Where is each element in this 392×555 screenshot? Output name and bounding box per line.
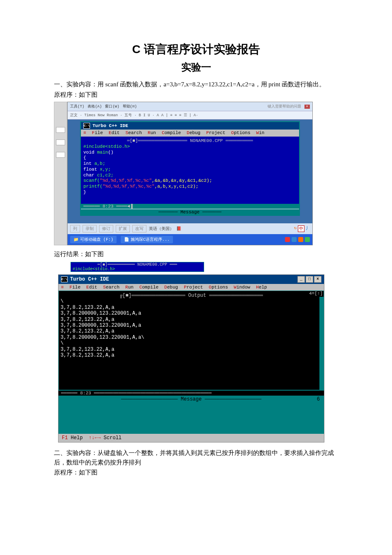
section1-desc: 一、实验内容：用 scanf 函数输入数据，a=3,b=7,x=8.2,y=12…: [54, 80, 338, 89]
output-line: 3,7,8.2,123.22,A,a: [61, 347, 322, 352]
screenshot-2: C:\ Turbo C++ IDE _ □ × ≡ File Edit Sear…: [54, 274, 338, 443]
word-left-rail: [54, 102, 67, 245]
tc-menu-bar[interactable]: ≡ File Edit Search Run Compile Debug Pro…: [81, 130, 299, 136]
ime-punct-icon[interactable]: 丿: [306, 225, 310, 232]
status-rev: 修订: [99, 225, 113, 232]
tc2-message-panel: ─────────────────── Message ────────────…: [58, 396, 324, 434]
menu-options[interactable]: Options: [209, 285, 228, 290]
tc2-menu-bar[interactable]: ≡ File Edit Search Run Compile Debug Pro…: [58, 284, 324, 291]
menu-run[interactable]: Run: [125, 285, 134, 290]
code-line: #include<stdio.h>: [83, 144, 297, 150]
tc-titlebar: C:\ Turbo C++ IDE: [81, 122, 299, 130]
word-menu-help[interactable]: 帮助(H): [123, 104, 137, 109]
tc-app-name: Turbo C++ IDE: [93, 123, 128, 128]
book-icon[interactable]: 📕: [176, 226, 181, 231]
code-line: char c1,c2;: [83, 173, 297, 178]
section1-src-label: 原程序：如下图: [54, 90, 338, 100]
vscrollbar[interactable]: [319, 297, 324, 390]
menu-debug[interactable]: Debug: [164, 285, 178, 290]
menu-edit[interactable]: Edit: [86, 285, 97, 290]
document-page: C 语言程序设计实验报告 实验一 一、实验内容：用 scanf 函数输入数据，a…: [0, 0, 392, 495]
word-format-bar[interactable]: 正文 · Times New Roman · 五号 · B I U · A A …: [68, 111, 312, 120]
output-line: 3,7,8.2,123.22,A,a: [61, 328, 322, 334]
menu-help[interactable]: Help: [256, 285, 267, 290]
menu-run[interactable]: Run: [148, 130, 156, 135]
minimize-icon[interactable]: _: [297, 276, 305, 283]
doc-subtitle: 实验一: [54, 61, 338, 74]
taskbar-disk[interactable]: 📁 可移动磁盘 (F:): [70, 236, 117, 243]
refresh-icon[interactable]: ↻: [294, 225, 297, 232]
output-line: 3,7,8.200000,123.220001,A,a\: [61, 335, 322, 340]
tc-filename: ═[■]══════════════════ NONAME00.CPP ════…: [83, 138, 297, 144]
system-tray[interactable]: [285, 237, 310, 242]
code-line: void main(): [83, 150, 297, 156]
ime-zh-icon[interactable]: 中: [298, 225, 304, 232]
menu-project[interactable]: Project: [206, 130, 225, 135]
tc-message-bar: ─────── Message ───────: [81, 209, 299, 215]
word-status-bar: 列 录制 修订 扩展 改写 英语（美国） 📕 ↻ 中 丿: [68, 223, 312, 234]
tray-icon[interactable]: [305, 237, 310, 242]
output-line: 3,7,8.2,123.22,A,a: [61, 317, 322, 323]
tc-cursor-pos: ══════ 8:23 ════◄▐: [81, 204, 299, 209]
code-line: printf("%d,%d,%f,%f,%c,%c",a,b,x,y,c1,c2…: [83, 184, 297, 190]
menu-compile[interactable]: Compile: [139, 285, 158, 290]
section2-src-label: 原程序：如下图: [54, 468, 338, 477]
tc2-app-name: Turbo C++ IDE: [70, 276, 109, 282]
menu-file[interactable]: File: [70, 285, 80, 290]
status-lang: 英语（美国）: [149, 226, 174, 232]
close-icon[interactable]: ×: [304, 105, 310, 109]
close-icon[interactable]: ×: [314, 276, 321, 283]
status-rec: 录制: [83, 225, 97, 232]
editor-fragment: ═[■]═══════════ NONAME00.CPP ═══ #includ…: [71, 262, 204, 272]
menu-project[interactable]: Project: [184, 285, 203, 290]
code-line: scanf("%d,%d,%f,%f,%c,%c",&a,&b,&x,&y,&c…: [83, 178, 297, 184]
tray-icon[interactable]: [285, 237, 290, 242]
menu-edit[interactable]: Edit: [109, 130, 119, 135]
menu-file[interactable]: File: [92, 130, 103, 135]
tc2-cursor-pos: ══════ 8:23 ════════════════════════════…: [58, 390, 324, 396]
turbo-c-window: C:\ Turbo C++ IDE ≡ File Edit Search Run…: [80, 121, 300, 216]
menu-window-trunc[interactable]: Win: [256, 130, 265, 135]
menu-debug[interactable]: Debug: [187, 130, 200, 135]
tc-editor-pane[interactable]: ═[■]══════════════════ NONAME00.CPP ════…: [81, 136, 299, 204]
status-col: 列: [70, 225, 80, 232]
tc2-fkey-bar: F1 Help ↑↓←→ Scroll: [58, 434, 324, 442]
menu-compile[interactable]: Compile: [162, 130, 181, 135]
word-menu-bar[interactable]: 工具(T) 表格(A) 窗口(W) 帮助(H) 键入需要帮助的问题 ×: [68, 102, 312, 111]
section2-desc: 二、实验内容：从键盘输入一个整数，并将其插入到其元素已按升序排列的数组中，要求插…: [54, 448, 338, 467]
word-menu-table[interactable]: 表格(A): [88, 104, 102, 109]
screenshot-1: 工具(T) 表格(A) 窗口(W) 帮助(H) 键入需要帮助的问题 × 正文 ·…: [54, 102, 338, 245]
menu-search[interactable]: Search: [125, 130, 142, 135]
output-line: 3,7,8.2,123.22,A,a: [61, 305, 322, 311]
menu-options[interactable]: Options: [231, 130, 250, 135]
output-line: 3,7,8.200000,123.220001,A,a: [61, 323, 322, 328]
output-line: \: [61, 340, 322, 346]
word-menu-tools[interactable]: 工具(T): [70, 104, 84, 109]
output-line: 3,7,8.200000,123.220001,A,a: [61, 311, 322, 316]
code-line: int a,b;: [83, 161, 297, 167]
cmd-icon: C:\: [83, 123, 90, 129]
status-ovr: 改写: [132, 225, 146, 232]
tray-icon[interactable]: [292, 237, 297, 242]
tc2-titlebar: C:\ Turbo C++ IDE _ □ ×: [58, 275, 324, 284]
windows-taskbar[interactable]: 📁 可移动磁盘 (F:) 📄 施鸿琛C语言程序...: [68, 234, 312, 245]
code-line: {: [83, 155, 297, 161]
maximize-icon[interactable]: □: [306, 276, 313, 283]
tray-icon[interactable]: [298, 237, 303, 242]
word-help-hint[interactable]: 键入需要帮助的问题: [268, 104, 301, 109]
doc-title: C 语言程序设计实验报告: [54, 42, 338, 57]
tc2-output-pane[interactable]: ╔[■]══════════════════ Output ══════════…: [58, 291, 324, 390]
msg-count: 6: [317, 396, 320, 402]
code-line: }: [83, 190, 297, 196]
output-line: \: [61, 298, 322, 304]
cmd-icon: C:\: [61, 276, 68, 282]
taskbar-doc[interactable]: 📄 施鸿琛C语言程序...: [121, 236, 173, 243]
word-menu-window[interactable]: 窗口(W): [105, 104, 119, 109]
result-label: 运行结果：如下图: [54, 249, 338, 259]
menu-window[interactable]: Window: [234, 285, 251, 290]
window-num-badge: 4=[↑]: [309, 291, 323, 296]
menu-search[interactable]: Search: [103, 285, 119, 290]
status-ext: 扩展: [116, 225, 130, 232]
output-line: 3,7,8.2,123.22,A,a: [61, 352, 322, 358]
code-line: float x,y;: [83, 167, 297, 173]
